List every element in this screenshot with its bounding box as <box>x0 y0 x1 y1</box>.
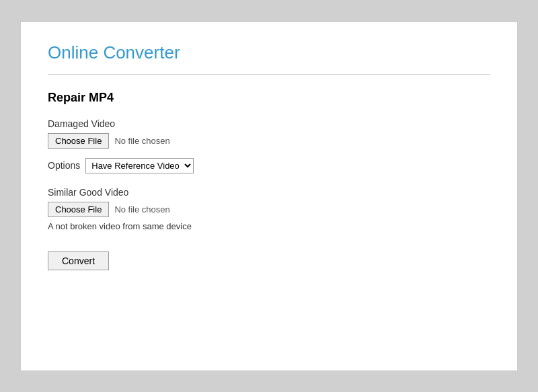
page-title: Repair MP4 <box>48 91 490 105</box>
damaged-video-choose-button[interactable]: Choose File <box>48 133 109 149</box>
options-label: Options <box>48 160 80 171</box>
damaged-video-row: Choose File No file chosen <box>48 133 490 149</box>
options-row: Options Have Reference Video No Referenc… <box>48 158 490 173</box>
options-select[interactable]: Have Reference Video No Reference Video <box>85 158 194 173</box>
main-card: Online Converter Repair MP4 Damaged Vide… <box>20 22 518 371</box>
similar-video-hint: A not broken video from same device <box>48 221 490 231</box>
convert-button[interactable]: Convert <box>48 251 109 270</box>
similar-video-no-file: No file chosen <box>114 204 169 214</box>
damaged-video-label: Damaged Video <box>48 118 490 129</box>
similar-video-label: Similar Good Video <box>48 187 490 198</box>
similar-video-choose-button[interactable]: Choose File <box>48 202 109 217</box>
similar-video-row: Choose File No file chosen <box>48 202 490 217</box>
app-title: Online Converter <box>48 42 490 63</box>
damaged-video-no-file: No file chosen <box>114 136 169 146</box>
divider <box>48 74 490 75</box>
